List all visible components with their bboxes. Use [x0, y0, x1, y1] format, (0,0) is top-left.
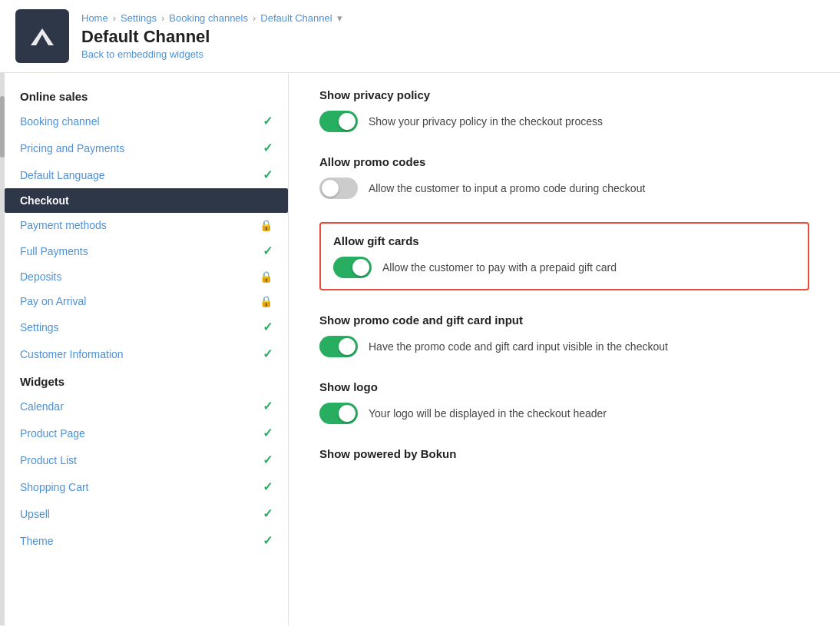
setting-row: Allow the customer to pay with a prepaid… [333, 257, 795, 278]
sidebar-item-full-payments[interactable]: Full Payments ✓ [5, 237, 288, 264]
setting-title: Show logo [319, 380, 809, 393]
sidebar-item-theme[interactable]: Theme ✓ [5, 527, 288, 554]
check-icon: ✓ [263, 320, 273, 334]
setting-block-promo-gift-input: Show promo code and gift card input Have… [319, 314, 809, 357]
sidebar-item-label: Full Payments [20, 245, 263, 257]
breadcrumb-booking-channels[interactable]: Booking channels [169, 12, 248, 24]
sidebar-widgets-title: Widgets [5, 367, 288, 393]
check-icon: ✓ [263, 168, 273, 182]
sidebar-item-label: Theme [20, 535, 263, 547]
sidebar-item-label: Customer Information [20, 348, 263, 360]
sidebar-item-deposits[interactable]: Deposits 🔒 [5, 264, 288, 289]
setting-description: Allow the customer to pay with a prepaid… [382, 261, 617, 274]
sidebar-item-label: Shopping Cart [20, 481, 263, 493]
sidebar-item-customer-information[interactable]: Customer Information ✓ [5, 340, 288, 367]
content-area: Show privacy policy Show your privacy po… [289, 73, 840, 625]
sidebar-item-label: Product List [20, 454, 263, 466]
sidebar-item-settings[interactable]: Settings ✓ [5, 314, 288, 340]
sidebar-item-product-page[interactable]: Product Page ✓ [5, 420, 288, 446]
breadcrumb-settings[interactable]: Settings [121, 12, 157, 24]
sidebar-item-label: Pricing and Payments [20, 142, 263, 154]
sidebar-item-default-language[interactable]: Default Language ✓ [5, 161, 288, 188]
sidebar-item-product-list[interactable]: Product List ✓ [5, 446, 288, 473]
header: Home › Settings › Booking channels › Def… [0, 0, 840, 73]
check-icon: ✓ [263, 244, 273, 258]
setting-title: Show privacy policy [319, 88, 809, 101]
check-icon: ✓ [263, 506, 273, 521]
show-logo-toggle[interactable] [319, 403, 358, 424]
sidebar-item-label: Calendar [20, 400, 263, 413]
setting-row: Your logo will be displayed in the check… [319, 403, 809, 424]
gift-cards-toggle[interactable] [333, 257, 372, 278]
sidebar: Online sales Booking channel ✓ Pricing a… [5, 73, 289, 625]
main-layout: Online sales Booking channel ✓ Pricing a… [0, 73, 840, 625]
check-icon: ✓ [263, 453, 273, 467]
scrollbar[interactable] [0, 73, 5, 625]
sidebar-item-checkout[interactable]: Checkout [5, 188, 288, 213]
setting-block-privacy-policy: Show privacy policy Show your privacy po… [319, 88, 809, 132]
sidebar-item-label: Default Language [20, 169, 263, 181]
setting-description: Show your privacy policy in the checkout… [369, 115, 603, 128]
promo-codes-toggle[interactable] [319, 177, 358, 199]
setting-description: Have the promo code and gift card input … [369, 340, 668, 353]
breadcrumb: Home › Settings › Booking channels › Def… [81, 12, 342, 24]
sidebar-item-payment-methods[interactable]: Payment methods 🔒 [5, 213, 288, 237]
sidebar-item-upsell[interactable]: Upsell ✓ [5, 500, 288, 527]
promo-gift-input-toggle[interactable] [319, 336, 358, 357]
lock-icon: 🔒 [260, 219, 273, 231]
check-icon: ✓ [263, 114, 273, 128]
sidebar-item-pay-on-arrival[interactable]: Pay on Arrival 🔒 [5, 289, 288, 314]
logo-icon [27, 21, 58, 51]
setting-block-show-logo: Show logo Your logo will be displayed in… [319, 380, 809, 424]
sidebar-online-sales-title: Online sales [5, 82, 288, 108]
setting-block-powered-by: Show powered by Bokun [319, 447, 809, 460]
breadcrumb-default-channel[interactable]: Default Channel [260, 12, 332, 24]
sidebar-item-booking-channel[interactable]: Booking channel ✓ [5, 108, 288, 134]
setting-row: Allow the customer to input a promo code… [319, 177, 809, 199]
lock-icon: 🔒 [260, 270, 273, 283]
header-text: Home › Settings › Booking channels › Def… [81, 12, 342, 60]
check-icon: ✓ [263, 347, 273, 361]
check-icon: ✓ [263, 426, 273, 440]
back-link[interactable]: Back to embedding widgets [81, 48, 342, 60]
setting-title: Allow gift cards [333, 234, 795, 247]
sidebar-item-label: Checkout [20, 194, 273, 207]
setting-title: Show promo code and gift card input [319, 314, 809, 327]
sidebar-item-pricing[interactable]: Pricing and Payments ✓ [5, 134, 288, 161]
setting-description: Your logo will be displayed in the check… [369, 407, 607, 420]
logo [15, 9, 69, 63]
setting-block-gift-cards: Allow gift cards Allow the customer to p… [319, 222, 809, 290]
setting-title: Show powered by Bokun [319, 447, 809, 460]
sidebar-item-calendar[interactable]: Calendar ✓ [5, 393, 288, 420]
setting-description: Allow the customer to input a promo code… [369, 182, 645, 194]
scrollbar-thumb[interactable] [0, 96, 5, 158]
setting-row: Show your privacy policy in the checkout… [319, 111, 809, 132]
privacy-policy-toggle[interactable] [319, 111, 358, 132]
sidebar-item-label: Settings [20, 321, 263, 333]
sidebar-item-label: Upsell [20, 508, 263, 520]
sidebar-item-label: Booking channel [20, 115, 263, 128]
sidebar-item-shopping-cart[interactable]: Shopping Cart ✓ [5, 473, 288, 500]
page-title: Default Channel [81, 27, 342, 47]
setting-block-promo-codes: Allow promo codes Allow the customer to … [319, 155, 809, 199]
lock-icon: 🔒 [260, 295, 273, 307]
breadcrumb-home[interactable]: Home [81, 12, 108, 24]
setting-row: Have the promo code and gift card input … [319, 336, 809, 357]
check-icon: ✓ [263, 479, 273, 494]
check-icon: ✓ [263, 399, 273, 413]
check-icon: ✓ [263, 141, 273, 155]
sidebar-item-label: Deposits [20, 270, 260, 283]
sidebar-item-label: Pay on Arrival [20, 295, 260, 307]
setting-title: Allow promo codes [319, 155, 809, 168]
sidebar-item-label: Payment methods [20, 219, 260, 231]
check-icon: ✓ [263, 533, 273, 548]
sidebar-item-label: Product Page [20, 427, 263, 440]
